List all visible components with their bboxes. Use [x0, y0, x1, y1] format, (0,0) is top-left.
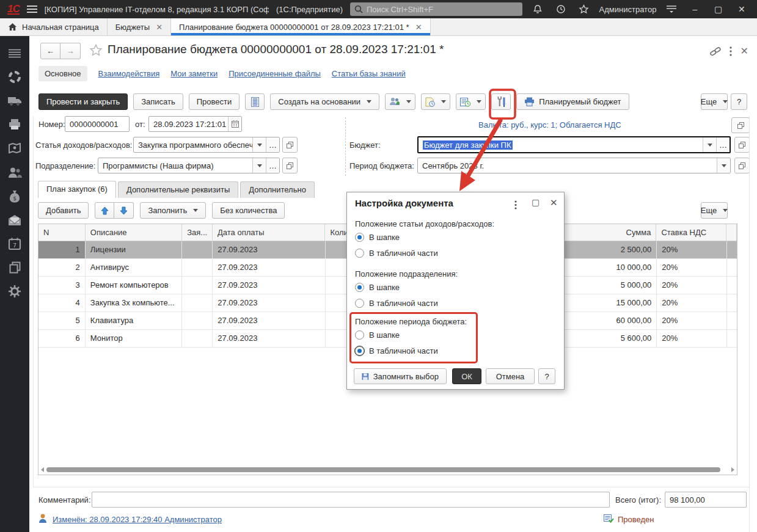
tab-budget-planning[interactable]: Планирование бюджета 00000000001 от 28.0… — [171, 18, 430, 35]
close-tab-icon[interactable]: ✕ — [415, 23, 422, 32]
global-search[interactable] — [350, 2, 522, 16]
save-button[interactable]: Записать — [133, 93, 183, 110]
radio-department-tabular[interactable]: В табличной части — [355, 299, 438, 308]
calendar-icon[interactable]: 7 — [7, 236, 23, 251]
comment-input[interactable] — [92, 492, 610, 508]
close-document-icon[interactable]: ✕ — [741, 45, 748, 57]
scroll-left-icon[interactable] — [41, 467, 44, 472]
create-based-on-button[interactable]: Создать на основании — [270, 93, 379, 110]
expense-item-field[interactable]: Закупка программного обеспечения … — [133, 137, 280, 153]
dialog-help-button[interactable]: ? — [538, 368, 555, 384]
radio-period-header[interactable]: В шапке — [355, 330, 400, 340]
notifications-bell-icon[interactable] — [530, 2, 546, 16]
tab-additional[interactable]: Дополнительно — [240, 181, 315, 198]
close-window-button[interactable]: ✕ — [734, 2, 750, 16]
favorites-star-icon[interactable] — [576, 2, 592, 16]
map-flag-icon[interactable] — [7, 141, 23, 156]
tab-purchase-plan[interactable]: План закупок (6) — [38, 181, 116, 198]
link-icon[interactable] — [710, 46, 721, 56]
dropdown-icon[interactable] — [252, 137, 266, 152]
open-budget-icon[interactable] — [734, 137, 750, 153]
nav-main[interactable]: Основное — [38, 66, 87, 81]
post-and-close-button[interactable]: Провести и закрыть — [38, 93, 128, 110]
remember-choice-button[interactable]: Запомнить выбор — [354, 368, 447, 384]
dialog-close-icon[interactable]: ✕ — [550, 197, 558, 208]
search-input[interactable] — [367, 5, 518, 14]
choose-icon[interactable]: … — [716, 137, 730, 152]
ok-button[interactable]: ОК — [452, 368, 481, 384]
horizontal-scrollbar[interactable] — [41, 467, 734, 473]
radio-period-tabular[interactable]: В табличной части — [355, 346, 438, 355]
menu-icon[interactable] — [7, 46, 23, 60]
print-planned-budget-button[interactable]: Планируемый бюджет — [516, 93, 629, 110]
document-timer-button[interactable] — [421, 93, 450, 110]
truck-icon[interactable] — [7, 93, 23, 108]
mail-icon[interactable] — [7, 213, 23, 227]
department-field[interactable]: Программисты (Наша фирма) … — [98, 158, 280, 173]
cancel-button[interactable]: Отмена — [486, 368, 535, 384]
forward-button[interactable]: → — [60, 43, 81, 59]
budget-period-field[interactable]: Сентябрь 2023 г. — [417, 158, 731, 173]
toolbar-more-button[interactable]: Еще — [701, 93, 728, 110]
currency-info-link[interactable]: Валюта: руб., курс: 1; Облагается НДС — [478, 120, 621, 129]
open-currency-icon[interactable] — [731, 117, 750, 133]
add-row-button[interactable]: Добавить — [38, 202, 89, 219]
move-up-button[interactable] — [95, 202, 114, 219]
structure-button[interactable] — [245, 93, 265, 110]
scrollbar-thumb[interactable] — [46, 467, 720, 472]
user-icon — [38, 514, 47, 523]
service-menu-icon[interactable] — [664, 2, 679, 16]
tab-budgets[interactable]: Бюджеты ✕ — [108, 18, 171, 35]
budget-field[interactable]: Бюджет для закупки ПК … — [417, 136, 731, 153]
radio-expense-header[interactable]: В шапке — [355, 233, 400, 242]
dropdown-icon[interactable] — [703, 137, 716, 152]
date-field[interactable]: 28.09.2023 17:21:01 — [148, 116, 242, 132]
maximize-button[interactable]: ▢ — [711, 2, 726, 16]
nav-interactions[interactable]: Взаимодействия — [98, 69, 160, 78]
radio-department-header[interactable]: В шапке — [355, 283, 400, 292]
close-tab-icon[interactable]: ✕ — [156, 23, 163, 32]
kebab-menu-icon[interactable] — [730, 46, 732, 56]
radio-expense-tabular[interactable]: В табличной части — [355, 249, 438, 258]
modified-info-link[interactable]: Изменён: 28.09.2023 17:29:40 Администрат… — [53, 515, 222, 524]
users-icon[interactable] — [7, 165, 23, 180]
checklist-timer-button[interactable] — [456, 93, 486, 110]
dialog-kebab-menu-icon[interactable] — [514, 200, 517, 210]
nav-notes[interactable]: Мои заметки — [170, 69, 218, 78]
open-department-icon[interactable] — [282, 158, 298, 173]
documents-icon[interactable] — [7, 260, 23, 275]
gear-icon[interactable] — [7, 284, 23, 299]
back-button[interactable]: ← — [40, 43, 60, 59]
total-input[interactable] — [665, 492, 747, 508]
money-bag-icon[interactable]: $ — [7, 189, 23, 203]
dropdown-icon[interactable] — [717, 158, 730, 173]
choose-icon[interactable]: … — [266, 137, 279, 152]
history-icon[interactable] — [553, 2, 569, 16]
scroll-right-icon[interactable] — [731, 467, 734, 472]
minimize-button[interactable]: – — [687, 2, 703, 16]
open-period-icon[interactable] — [734, 158, 750, 173]
main-menu-icon[interactable] — [27, 5, 37, 13]
choose-icon[interactable]: … — [266, 158, 279, 173]
favorite-star-icon[interactable] — [89, 44, 103, 57]
no-quantity-button[interactable]: Без количества — [212, 202, 285, 219]
table-more-button[interactable]: Еще — [701, 202, 728, 219]
current-user[interactable]: Администратор — [599, 5, 657, 14]
number-field[interactable]: 00000000001 — [65, 116, 130, 132]
tab-additional-attributes[interactable]: Дополнительные реквизиты — [118, 181, 238, 198]
fill-button[interactable]: Заполнить — [140, 202, 206, 219]
tab-home[interactable]: Начальная страница — [0, 18, 108, 35]
document-settings-button[interactable] — [491, 93, 511, 110]
calendar-picker-icon[interactable] — [228, 117, 241, 131]
toolbar-help-button[interactable]: ? — [731, 93, 747, 110]
nav-kb-articles[interactable]: Статьи базы знаний — [332, 69, 406, 78]
dropdown-icon[interactable] — [252, 158, 266, 173]
printer-icon[interactable] — [7, 117, 23, 132]
lifebuoy-icon[interactable] — [7, 70, 23, 84]
dialog-maximize-icon[interactable]: ▢ — [532, 197, 539, 207]
move-down-button[interactable] — [114, 202, 134, 219]
post-button[interactable]: Провести — [189, 93, 240, 110]
open-expense-item-icon[interactable] — [282, 137, 298, 153]
assign-task-button[interactable] — [385, 93, 415, 110]
nav-attached-files[interactable]: Присоединенные файлы — [229, 69, 321, 78]
